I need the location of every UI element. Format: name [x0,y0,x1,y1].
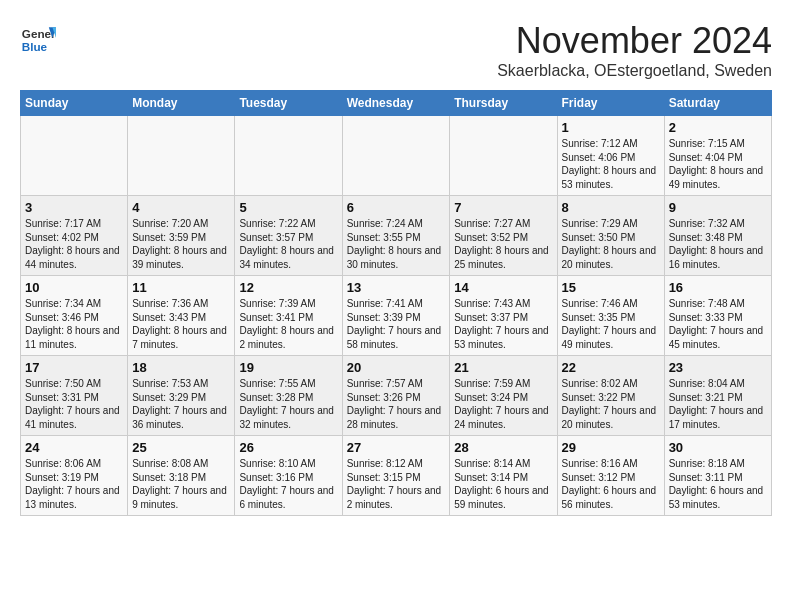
day-number: 13 [347,280,446,295]
day-info: Sunrise: 8:18 AM Sunset: 3:11 PM Dayligh… [669,457,767,511]
calendar-cell: 19Sunrise: 7:55 AM Sunset: 3:28 PM Dayli… [235,356,342,436]
calendar-cell: 1Sunrise: 7:12 AM Sunset: 4:06 PM Daylig… [557,116,664,196]
day-number: 4 [132,200,230,215]
day-number: 6 [347,200,446,215]
calendar-cell: 12Sunrise: 7:39 AM Sunset: 3:41 PM Dayli… [235,276,342,356]
day-info: Sunrise: 7:15 AM Sunset: 4:04 PM Dayligh… [669,137,767,191]
calendar-cell: 2Sunrise: 7:15 AM Sunset: 4:04 PM Daylig… [664,116,771,196]
day-info: Sunrise: 7:48 AM Sunset: 3:33 PM Dayligh… [669,297,767,351]
page-header: General Blue November 2024 Skaerblacka, … [20,20,772,80]
weekday-header: Thursday [450,91,557,116]
day-number: 20 [347,360,446,375]
day-number: 18 [132,360,230,375]
logo: General Blue [20,20,56,56]
day-info: Sunrise: 7:24 AM Sunset: 3:55 PM Dayligh… [347,217,446,271]
day-info: Sunrise: 8:02 AM Sunset: 3:22 PM Dayligh… [562,377,660,431]
calendar-cell: 18Sunrise: 7:53 AM Sunset: 3:29 PM Dayli… [128,356,235,436]
day-number: 28 [454,440,552,455]
day-info: Sunrise: 7:27 AM Sunset: 3:52 PM Dayligh… [454,217,552,271]
day-info: Sunrise: 8:14 AM Sunset: 3:14 PM Dayligh… [454,457,552,511]
calendar-week-row: 1Sunrise: 7:12 AM Sunset: 4:06 PM Daylig… [21,116,772,196]
calendar-cell: 17Sunrise: 7:50 AM Sunset: 3:31 PM Dayli… [21,356,128,436]
calendar-cell: 4Sunrise: 7:20 AM Sunset: 3:59 PM Daylig… [128,196,235,276]
calendar-cell: 30Sunrise: 8:18 AM Sunset: 3:11 PM Dayli… [664,436,771,516]
calendar-cell: 24Sunrise: 8:06 AM Sunset: 3:19 PM Dayli… [21,436,128,516]
calendar-cell [450,116,557,196]
day-info: Sunrise: 7:36 AM Sunset: 3:43 PM Dayligh… [132,297,230,351]
calendar-cell: 14Sunrise: 7:43 AM Sunset: 3:37 PM Dayli… [450,276,557,356]
calendar-cell: 7Sunrise: 7:27 AM Sunset: 3:52 PM Daylig… [450,196,557,276]
calendar-cell: 5Sunrise: 7:22 AM Sunset: 3:57 PM Daylig… [235,196,342,276]
weekday-header: Tuesday [235,91,342,116]
day-number: 27 [347,440,446,455]
day-number: 21 [454,360,552,375]
day-info: Sunrise: 7:12 AM Sunset: 4:06 PM Dayligh… [562,137,660,191]
calendar-cell: 3Sunrise: 7:17 AM Sunset: 4:02 PM Daylig… [21,196,128,276]
day-number: 23 [669,360,767,375]
calendar-cell: 15Sunrise: 7:46 AM Sunset: 3:35 PM Dayli… [557,276,664,356]
calendar-cell: 8Sunrise: 7:29 AM Sunset: 3:50 PM Daylig… [557,196,664,276]
calendar-week-row: 10Sunrise: 7:34 AM Sunset: 3:46 PM Dayli… [21,276,772,356]
day-number: 22 [562,360,660,375]
calendar-week-row: 3Sunrise: 7:17 AM Sunset: 4:02 PM Daylig… [21,196,772,276]
day-info: Sunrise: 7:20 AM Sunset: 3:59 PM Dayligh… [132,217,230,271]
calendar-cell: 16Sunrise: 7:48 AM Sunset: 3:33 PM Dayli… [664,276,771,356]
day-number: 8 [562,200,660,215]
calendar-week-row: 24Sunrise: 8:06 AM Sunset: 3:19 PM Dayli… [21,436,772,516]
day-info: Sunrise: 7:17 AM Sunset: 4:02 PM Dayligh… [25,217,123,271]
day-info: Sunrise: 7:39 AM Sunset: 3:41 PM Dayligh… [239,297,337,351]
calendar-body: 1Sunrise: 7:12 AM Sunset: 4:06 PM Daylig… [21,116,772,516]
day-number: 29 [562,440,660,455]
calendar-cell: 26Sunrise: 8:10 AM Sunset: 3:16 PM Dayli… [235,436,342,516]
day-number: 17 [25,360,123,375]
day-number: 9 [669,200,767,215]
day-info: Sunrise: 7:59 AM Sunset: 3:24 PM Dayligh… [454,377,552,431]
logo-icon: General Blue [20,20,56,56]
day-info: Sunrise: 7:57 AM Sunset: 3:26 PM Dayligh… [347,377,446,431]
day-number: 7 [454,200,552,215]
weekday-header-row: SundayMondayTuesdayWednesdayThursdayFrid… [21,91,772,116]
calendar-cell: 11Sunrise: 7:36 AM Sunset: 3:43 PM Dayli… [128,276,235,356]
day-number: 1 [562,120,660,135]
day-number: 11 [132,280,230,295]
day-info: Sunrise: 7:55 AM Sunset: 3:28 PM Dayligh… [239,377,337,431]
day-number: 16 [669,280,767,295]
day-info: Sunrise: 7:43 AM Sunset: 3:37 PM Dayligh… [454,297,552,351]
calendar-cell: 22Sunrise: 8:02 AM Sunset: 3:22 PM Dayli… [557,356,664,436]
day-info: Sunrise: 7:50 AM Sunset: 3:31 PM Dayligh… [25,377,123,431]
day-number: 3 [25,200,123,215]
calendar-cell: 10Sunrise: 7:34 AM Sunset: 3:46 PM Dayli… [21,276,128,356]
calendar-cell: 25Sunrise: 8:08 AM Sunset: 3:18 PM Dayli… [128,436,235,516]
day-info: Sunrise: 8:04 AM Sunset: 3:21 PM Dayligh… [669,377,767,431]
day-info: Sunrise: 8:12 AM Sunset: 3:15 PM Dayligh… [347,457,446,511]
day-info: Sunrise: 8:06 AM Sunset: 3:19 PM Dayligh… [25,457,123,511]
day-info: Sunrise: 7:22 AM Sunset: 3:57 PM Dayligh… [239,217,337,271]
day-info: Sunrise: 7:34 AM Sunset: 3:46 PM Dayligh… [25,297,123,351]
calendar-cell [342,116,450,196]
calendar-cell: 13Sunrise: 7:41 AM Sunset: 3:39 PM Dayli… [342,276,450,356]
month-title: November 2024 [497,20,772,62]
calendar-cell: 20Sunrise: 7:57 AM Sunset: 3:26 PM Dayli… [342,356,450,436]
day-info: Sunrise: 7:41 AM Sunset: 3:39 PM Dayligh… [347,297,446,351]
day-info: Sunrise: 7:32 AM Sunset: 3:48 PM Dayligh… [669,217,767,271]
calendar-cell: 9Sunrise: 7:32 AM Sunset: 3:48 PM Daylig… [664,196,771,276]
day-number: 12 [239,280,337,295]
calendar-week-row: 17Sunrise: 7:50 AM Sunset: 3:31 PM Dayli… [21,356,772,436]
calendar-cell: 21Sunrise: 7:59 AM Sunset: 3:24 PM Dayli… [450,356,557,436]
day-number: 15 [562,280,660,295]
day-info: Sunrise: 8:10 AM Sunset: 3:16 PM Dayligh… [239,457,337,511]
calendar-cell: 23Sunrise: 8:04 AM Sunset: 3:21 PM Dayli… [664,356,771,436]
day-info: Sunrise: 7:53 AM Sunset: 3:29 PM Dayligh… [132,377,230,431]
weekday-header: Sunday [21,91,128,116]
calendar-cell [128,116,235,196]
day-info: Sunrise: 7:29 AM Sunset: 3:50 PM Dayligh… [562,217,660,271]
calendar-cell: 27Sunrise: 8:12 AM Sunset: 3:15 PM Dayli… [342,436,450,516]
calendar-cell [235,116,342,196]
calendar-cell: 28Sunrise: 8:14 AM Sunset: 3:14 PM Dayli… [450,436,557,516]
svg-text:Blue: Blue [22,40,48,53]
day-number: 14 [454,280,552,295]
day-info: Sunrise: 7:46 AM Sunset: 3:35 PM Dayligh… [562,297,660,351]
day-number: 24 [25,440,123,455]
calendar-cell: 6Sunrise: 7:24 AM Sunset: 3:55 PM Daylig… [342,196,450,276]
weekday-header: Saturday [664,91,771,116]
